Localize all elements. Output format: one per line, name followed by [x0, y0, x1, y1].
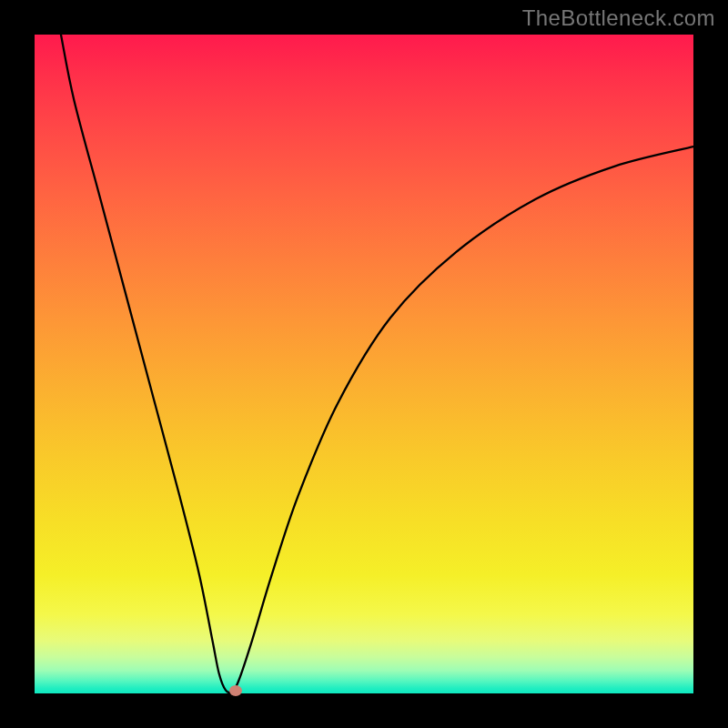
- watermark-text: TheBottleneck.com: [522, 5, 715, 31]
- chart-frame: TheBottleneck.com: [0, 0, 728, 728]
- bottleneck-curve: [35, 35, 693, 693]
- plot-area: [35, 35, 693, 693]
- optimal-point-marker: [229, 685, 242, 696]
- curve-path: [61, 35, 693, 693]
